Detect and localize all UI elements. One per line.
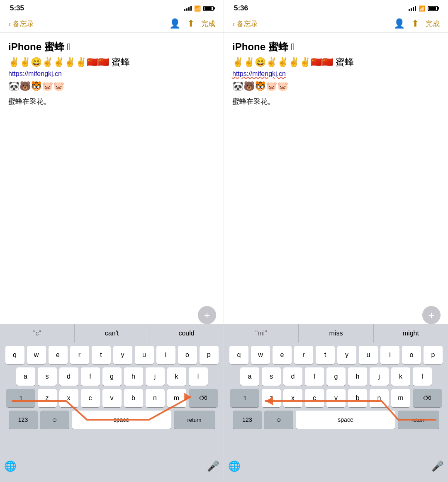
key-o-right[interactable]: o	[402, 346, 421, 364]
done-button-left[interactable]: 完成	[201, 19, 215, 29]
key-delete-left[interactable]: ⌫	[189, 389, 218, 407]
key-z-right[interactable]: z	[262, 389, 281, 407]
key-t-left[interactable]: t	[92, 346, 111, 364]
key-o-left[interactable]: o	[178, 346, 197, 364]
key-h-left[interactable]: h	[124, 367, 143, 386]
back-button-right[interactable]: ‹ 备忘录	[232, 19, 394, 29]
back-button-left[interactable]: ‹ 备忘录	[8, 19, 169, 29]
key-h-right[interactable]: h	[348, 367, 367, 386]
predictive-item2-left[interactable]: can't	[75, 324, 149, 343]
keyboard-area-right: "mi" miss might q w e r t y u i o p a s …	[224, 324, 448, 482]
key-c-left[interactable]: c	[81, 389, 100, 407]
key-q-right[interactable]: q	[229, 346, 248, 364]
key-d-right[interactable]: d	[283, 367, 302, 386]
predictive-item3-right[interactable]: might	[374, 324, 448, 343]
key-return-right[interactable]: return	[398, 411, 439, 429]
share-icon-left[interactable]: ⬆	[187, 18, 195, 29]
key-k-left[interactable]: k	[167, 367, 186, 386]
key-t-right[interactable]: t	[316, 346, 335, 364]
key-s-right[interactable]: s	[262, 367, 281, 386]
predictive-bar-right: "mi" miss might	[224, 324, 448, 343]
key-a-left[interactable]: a	[16, 367, 35, 386]
key-y-right[interactable]: y	[337, 346, 356, 364]
key-d-left[interactable]: d	[59, 367, 78, 386]
key-e-left[interactable]: e	[49, 346, 68, 364]
key-shift-right[interactable]: ⇧	[230, 389, 259, 407]
key-f-right[interactable]: f	[305, 367, 324, 386]
note-url-right[interactable]: https://mifengkj.cn	[232, 70, 440, 78]
keyboard-rows-left: q w e r t y u i o p a s d f g h j k l	[0, 343, 224, 454]
note-url-left[interactable]: https://mifengkj.cn	[8, 70, 215, 78]
add-person-icon-left[interactable]: 👤	[169, 18, 180, 29]
key-q-left[interactable]: q	[5, 346, 24, 364]
plus-button-right[interactable]: +	[422, 306, 441, 324]
predictive-item2-right[interactable]: miss	[299, 324, 373, 343]
key-row4-left: 123 ☺ space return	[1, 411, 222, 429]
share-icon-right[interactable]: ⬆	[411, 18, 419, 29]
key-w-left[interactable]: w	[27, 346, 46, 364]
key-w-right[interactable]: w	[251, 346, 270, 364]
key-u-left[interactable]: u	[135, 346, 154, 364]
key-u-right[interactable]: u	[359, 346, 378, 364]
key-y-left[interactable]: y	[113, 346, 132, 364]
key-space-left[interactable]: space	[72, 411, 171, 429]
key-emoji-left[interactable]: ☺	[40, 411, 69, 429]
note-emoji-line2-right: 🐼🐻🐯🐷🐷	[232, 81, 440, 92]
battery-icon-left	[203, 6, 214, 11]
key-v-left[interactable]: v	[102, 389, 122, 407]
key-n-right[interactable]: n	[370, 389, 389, 407]
key-a-right[interactable]: a	[240, 367, 259, 386]
key-z-left[interactable]: z	[38, 389, 57, 407]
key-m-right[interactable]: m	[391, 389, 410, 407]
key-e-right[interactable]: e	[273, 346, 292, 364]
key-v-right[interactable]: v	[326, 389, 346, 407]
predictive-item1-left[interactable]: "c"	[0, 324, 75, 343]
key-row3-right: ⇧ z x c v b n m ⌫	[225, 389, 447, 407]
key-g-right[interactable]: g	[326, 367, 346, 386]
key-c-right[interactable]: c	[305, 389, 324, 407]
key-i-left[interactable]: i	[156, 346, 175, 364]
key-123-left[interactable]: 123	[9, 411, 38, 429]
key-b-right[interactable]: b	[348, 389, 367, 407]
key-s-left[interactable]: s	[38, 367, 57, 386]
mic-icon-left[interactable]: 🎤	[207, 460, 219, 472]
predictive-item1-right[interactable]: "mi"	[224, 324, 299, 343]
key-p-right[interactable]: p	[424, 346, 443, 364]
done-button-right[interactable]: 完成	[426, 19, 440, 29]
key-emoji-right[interactable]: ☺	[264, 411, 293, 429]
note-title-left: iPhone 蜜蜂 	[8, 40, 215, 54]
status-time-right: 5:36	[234, 4, 248, 12]
key-l-left[interactable]: l	[189, 367, 208, 386]
nav-center-left: 👤 ⬆	[169, 18, 195, 29]
key-i-right[interactable]: i	[380, 346, 399, 364]
keyboard-area-left: "c" can't could q w e r t y u i o p a s …	[0, 324, 224, 482]
key-j-left[interactable]: j	[146, 367, 165, 386]
predictive-item3-left[interactable]: could	[149, 324, 224, 343]
key-r-left[interactable]: r	[70, 346, 89, 364]
key-b-left[interactable]: b	[124, 389, 143, 407]
globe-icon-right[interactable]: 🌐	[228, 460, 241, 472]
plus-button-left[interactable]: +	[198, 306, 216, 324]
key-m-left[interactable]: m	[167, 389, 186, 407]
nav-bar-right: ‹ 备忘录 👤 ⬆ 完成	[224, 15, 448, 33]
key-x-right[interactable]: x	[283, 389, 302, 407]
key-p-left[interactable]: p	[200, 346, 219, 364]
mic-icon-right[interactable]: 🎤	[431, 460, 444, 472]
key-return-left[interactable]: return	[174, 411, 215, 429]
add-person-icon-right[interactable]: 👤	[394, 18, 405, 29]
key-space-right[interactable]: space	[296, 411, 395, 429]
keyboard-bottom-left: 🌐 🎤	[0, 454, 224, 482]
key-g-left[interactable]: g	[102, 367, 122, 386]
key-123-right[interactable]: 123	[233, 411, 262, 429]
key-shift-left[interactable]: ⇧	[6, 389, 35, 407]
key-f-left[interactable]: f	[81, 367, 100, 386]
key-j-right[interactable]: j	[370, 367, 389, 386]
key-n-left[interactable]: n	[146, 389, 165, 407]
globe-icon-left[interactable]: 🌐	[4, 460, 17, 472]
key-r-right[interactable]: r	[294, 346, 313, 364]
status-bar-left: 5:35 📶	[0, 0, 224, 15]
key-l-right[interactable]: l	[413, 367, 432, 386]
key-delete-right[interactable]: ⌫	[413, 389, 442, 407]
key-x-left[interactable]: x	[59, 389, 78, 407]
key-k-right[interactable]: k	[391, 367, 410, 386]
